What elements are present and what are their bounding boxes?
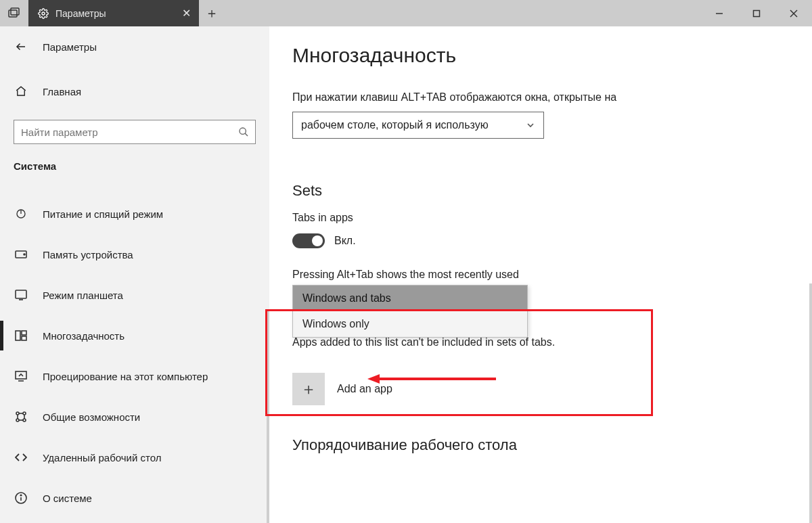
multitask-icon <box>14 330 28 341</box>
sidebar-item-shared[interactable]: Общие возможности <box>0 396 269 437</box>
alttab-label: При нажатии клавиш ALT+TAB отображаются … <box>292 91 789 104</box>
home-icon <box>14 85 28 97</box>
back-row[interactable]: Параметры <box>0 33 269 60</box>
sidebar-item-remote[interactable]: Удаленный рабочий стол <box>0 437 269 478</box>
remote-icon <box>14 453 28 462</box>
svg-point-13 <box>24 254 25 255</box>
minimize-button[interactable] <box>700 0 738 26</box>
search-icon <box>238 127 249 137</box>
back-label: Параметры <box>43 41 97 53</box>
toggle-state-label: Вкл. <box>334 235 356 247</box>
sets-heading: Sets <box>292 182 789 200</box>
pressing-alttab-label: Pressing Alt+Tab shows the most recently… <box>292 269 789 281</box>
close-tab-icon[interactable]: ✕ <box>182 7 191 20</box>
sidebar-item-power[interactable]: Питание и спящий режим <box>0 194 269 234</box>
add-app-label: Add an app <box>337 383 392 395</box>
project-icon <box>14 371 28 382</box>
task-view-icon[interactable] <box>0 0 28 26</box>
search-input[interactable] <box>14 120 256 144</box>
window-controls <box>700 0 812 26</box>
page-title: Многозадачность <box>292 44 789 67</box>
titlebar: Параметры ✕ ＋ <box>0 0 812 26</box>
storage-icon <box>14 250 28 258</box>
sidebar-item-about[interactable]: О системе <box>0 478 269 518</box>
sidebar-item-storage[interactable]: Память устройства <box>0 234 269 275</box>
alttab-combo-open[interactable]: Windows and tabs Windows only <box>292 285 528 338</box>
maximize-button[interactable] <box>738 0 775 26</box>
main-scrollbar[interactable] <box>809 283 812 523</box>
excluded-apps-note: Apps added to this list can't be include… <box>292 336 789 348</box>
combo-option-windows-and-tabs[interactable]: Windows and tabs <box>293 286 527 311</box>
alttab-value: рабочем столе, который я использую <box>301 119 489 131</box>
svg-point-30 <box>20 495 22 496</box>
chevron-down-icon <box>526 120 535 130</box>
svg-rect-17 <box>22 331 26 335</box>
home-row[interactable]: Главная <box>0 78 269 105</box>
add-app-button[interactable]: ＋ <box>292 373 325 405</box>
tab-title: Параметры <box>55 8 175 19</box>
alttab-select[interactable]: рабочем столе, который я использую <box>292 112 544 139</box>
svg-point-20 <box>16 412 19 415</box>
ordering-heading: Упорядочивание рабочего стола <box>292 436 789 454</box>
home-label: Главная <box>43 86 81 97</box>
svg-point-21 <box>23 412 26 415</box>
svg-point-2 <box>42 12 45 15</box>
tab-settings[interactable]: Параметры ✕ <box>28 0 199 26</box>
info-icon <box>14 492 28 504</box>
svg-rect-1 <box>11 8 19 15</box>
power-icon <box>14 208 28 220</box>
svg-line-9 <box>245 133 248 136</box>
new-tab-button[interactable]: ＋ <box>199 0 225 26</box>
svg-rect-14 <box>16 290 26 298</box>
shared-icon <box>14 411 28 423</box>
svg-point-22 <box>16 419 19 422</box>
svg-rect-18 <box>22 336 26 340</box>
sidebar-item-multitasking[interactable]: Многозадачность <box>0 315 269 356</box>
tabs-toggle[interactable] <box>292 233 325 248</box>
svg-rect-16 <box>16 331 20 340</box>
svg-rect-0 <box>9 10 17 17</box>
gear-icon <box>38 8 49 19</box>
tabs-in-apps-label: Tabs in apps <box>292 212 789 224</box>
svg-rect-19 <box>16 371 26 379</box>
close-window-button[interactable] <box>775 0 812 26</box>
back-icon <box>14 41 28 53</box>
sidebar-item-tablet[interactable]: Режим планшета <box>0 275 269 315</box>
svg-rect-4 <box>753 10 759 16</box>
search-container <box>14 120 256 144</box>
sidebar-item-projecting[interactable]: Проецирование на этот компьютер <box>0 356 269 396</box>
main-pane: Многозадачность При нажатии клавиш ALT+T… <box>269 26 812 523</box>
sidebar: Параметры Главная Система Питание и спящ… <box>0 26 269 523</box>
section-heading: Система <box>0 158 269 176</box>
svg-point-8 <box>240 128 246 134</box>
tablet-icon <box>14 290 28 300</box>
combo-option-windows-only[interactable]: Windows only <box>293 311 527 337</box>
svg-point-23 <box>23 419 26 422</box>
